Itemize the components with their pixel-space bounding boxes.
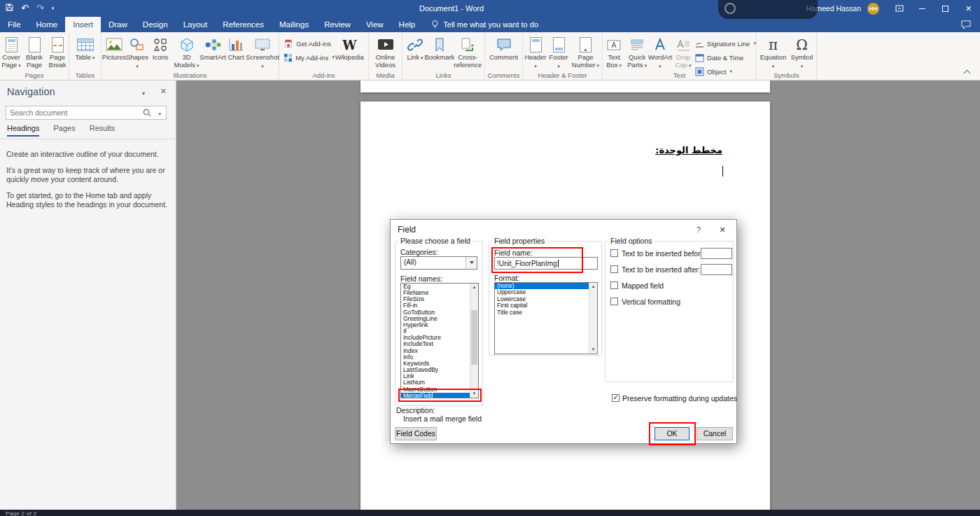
scroll-up-icon[interactable]: ▲ <box>470 284 478 291</box>
search-input[interactable] <box>6 106 136 118</box>
link-button[interactable]: Link <box>404 34 426 62</box>
field-name-item[interactable]: LastSavedBy <box>401 367 478 373</box>
shapes-button[interactable]: Shapes <box>126 34 148 70</box>
combo-dropdown-icon[interactable] <box>465 257 477 269</box>
tab-file[interactable]: File <box>0 17 29 32</box>
feedback-icon[interactable] <box>961 20 971 32</box>
quick-parts-button[interactable]: Quick Parts <box>626 34 648 69</box>
ribbon-display-options-button[interactable] <box>888 0 911 17</box>
format-scrollbar[interactable]: ▲ ▼ <box>589 283 597 354</box>
my-add-ins-button[interactable]: My Add-ins <box>284 52 335 63</box>
format-option[interactable]: Title case <box>495 309 597 316</box>
checkbox-text-before[interactable] <box>610 249 618 257</box>
field-name-input[interactable]: !Unit_FloorPlanImg <box>494 257 598 270</box>
scroll-down-icon[interactable]: ▼ <box>589 346 597 354</box>
text-after-input[interactable] <box>701 264 732 275</box>
pictures-button[interactable]: Pictures <box>103 34 125 62</box>
comment-button[interactable]: Comment <box>489 34 518 62</box>
merge-field-selected-item[interactable]: MergeField <box>401 393 478 398</box>
tab-view[interactable]: View <box>358 17 391 32</box>
get-add-ins-button[interactable]: Get Add-ins <box>284 38 335 49</box>
field-name-item[interactable]: FileSize <box>401 296 478 302</box>
minimize-button[interactable] <box>911 0 934 17</box>
field-name-item[interactable]: ListNum <box>401 379 478 386</box>
field-name-item[interactable]: GreetingLine <box>401 316 478 322</box>
field-name-item[interactable]: If <box>401 328 478 335</box>
field-name-item[interactable]: Link <box>401 373 478 379</box>
field-name-item[interactable]: IncludePicture <box>401 335 478 341</box>
field-name-item[interactable]: MacroButton <box>401 386 478 393</box>
screenshot-button[interactable]: Screenshot <box>248 34 277 70</box>
header-button[interactable]: Header <box>524 34 547 70</box>
tab-mailings[interactable]: Mailings <box>272 17 316 32</box>
search-icon[interactable] <box>143 109 151 118</box>
dialog-close-button[interactable]: ✕ <box>713 223 732 236</box>
icons-button[interactable]: Icons <box>149 34 172 62</box>
previous-page-bottom[interactable] <box>360 81 770 92</box>
avatar[interactable]: HH <box>867 3 879 15</box>
tab-home[interactable]: Home <box>29 17 66 32</box>
checkbox-text-after[interactable] <box>610 265 618 273</box>
wikipedia-button[interactable]: W Wikipedia <box>335 34 364 62</box>
bookmark-button[interactable]: Bookmark <box>427 34 452 62</box>
nav-tab-results[interactable]: Results <box>90 124 115 137</box>
field-name-item[interactable]: Keywords <box>401 361 478 367</box>
scroll-down-icon[interactable]: ▼ <box>470 390 478 398</box>
status-bar[interactable]: Page 2 of 2 <box>0 510 980 516</box>
3d-models-button[interactable]: 3D Models <box>172 34 201 69</box>
maximize-button[interactable] <box>934 0 957 17</box>
navigation-close-icon[interactable]: ✕ <box>160 87 167 96</box>
date-time-button[interactable]: Date & Time <box>695 52 756 63</box>
footer-button[interactable]: Footer <box>547 34 570 70</box>
field-name-item[interactable]: Hyperlink <box>401 322 478 328</box>
status-page-indicator[interactable]: Page 2 of 2 <box>6 510 36 516</box>
field-name-item[interactable]: GoToButton <box>401 309 478 316</box>
cross-reference-button[interactable]: Cross-reference <box>453 34 483 69</box>
field-name-item[interactable]: FileName <box>401 290 478 296</box>
field-names-listbox[interactable]: Eq FileName FileSize Fill-in GoToButton … <box>400 283 479 398</box>
close-button[interactable]: ✕ <box>957 0 980 17</box>
tab-design[interactable]: Design <box>135 17 176 32</box>
wordart-button[interactable]: WordArt <box>649 34 671 70</box>
field-name-item[interactable]: Eq <box>401 284 478 290</box>
tab-references[interactable]: References <box>215 17 272 32</box>
tab-draw[interactable]: Draw <box>101 17 135 32</box>
tab-help[interactable]: Help <box>391 17 424 32</box>
tab-review[interactable]: Review <box>316 17 358 32</box>
page-break-button[interactable]: Page Break <box>46 34 69 69</box>
field-name-item[interactable]: IncludeText <box>401 341 478 347</box>
checkbox-mapped-field[interactable] <box>610 281 618 289</box>
scrollbar-thumb[interactable] <box>471 310 477 365</box>
text-before-input[interactable] <box>701 248 732 259</box>
dialog-help-button[interactable]: ? <box>690 223 707 236</box>
search-box[interactable]: ▾ <box>6 106 167 120</box>
ok-button[interactable]: OK <box>654 427 690 440</box>
checkbox-preserve-formatting[interactable] <box>612 394 620 402</box>
page-number-button[interactable]: Page Number <box>570 34 601 69</box>
scroll-up-icon[interactable]: ▲ <box>589 283 597 291</box>
cancel-button[interactable]: Cancel <box>696 427 733 440</box>
signature-line-button[interactable]: Signature Line <box>695 38 756 49</box>
field-name-item[interactable]: Index <box>401 348 478 354</box>
symbol-button[interactable]: Ω Symbol <box>789 34 815 70</box>
field-name-item[interactable]: Info <box>401 354 478 361</box>
field-codes-button[interactable]: Field Codes <box>395 427 437 440</box>
online-videos-button[interactable]: Online Videos <box>370 34 400 69</box>
field-names-scrollbar[interactable]: ▲ ▼ <box>470 284 478 398</box>
chart-button[interactable]: Chart <box>225 34 247 62</box>
format-listbox[interactable]: (none) Uppercase Lowercase First capital… <box>494 282 598 354</box>
categories-select[interactable]: (All) <box>400 256 477 270</box>
equation-button[interactable]: π Equation <box>758 34 788 70</box>
nav-tab-headings[interactable]: Headings <box>7 124 39 137</box>
tab-layout[interactable]: Layout <box>176 17 216 32</box>
blank-page-button[interactable]: Blank Page <box>23 34 46 69</box>
text-box-button[interactable]: Text Box <box>603 34 625 69</box>
tab-insert[interactable]: Insert <box>65 17 101 32</box>
search-dropdown-icon[interactable]: ▾ <box>158 111 161 117</box>
cover-page-button[interactable]: Cover Page <box>0 34 22 69</box>
navigation-options-icon[interactable]: ▾ <box>142 90 145 97</box>
field-name-item[interactable]: Fill-in <box>401 302 478 309</box>
nav-tab-pages[interactable]: Pages <box>53 124 75 137</box>
table-button[interactable]: Table <box>74 34 97 62</box>
checkbox-vertical-formatting[interactable] <box>610 298 618 305</box>
